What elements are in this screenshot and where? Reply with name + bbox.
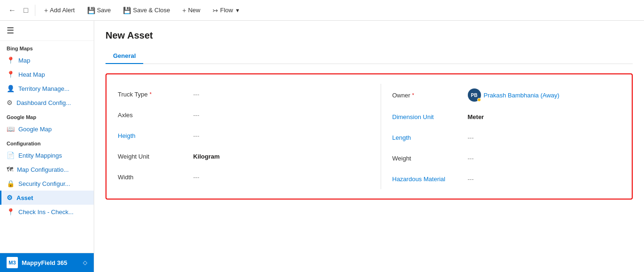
value-weight-unit[interactable]: Kilogram xyxy=(193,153,369,160)
sidebar-item-heat-map-label: Heat Map xyxy=(18,71,45,78)
form-card: Truck Type * --- Axles --- xyxy=(106,73,633,200)
add-alert-icon: + xyxy=(44,7,48,14)
sidebar-item-territory-manage[interactable]: 👤 Territory Manage... xyxy=(0,81,94,96)
form-row-weight: Weight --- xyxy=(392,148,621,168)
sidebar-item-google-map-label: Google Map xyxy=(18,126,52,133)
page-title: New Asset xyxy=(106,30,633,41)
label-dimension-unit[interactable]: Dimension Unit xyxy=(392,113,468,120)
sidebar-item-check-ins[interactable]: 📍 Check Ins - Check... xyxy=(0,205,94,219)
flow-icon: ↣ xyxy=(212,7,218,14)
form-left-column: Truck Type * --- Axles --- xyxy=(118,84,369,189)
open-window-button[interactable]: □ xyxy=(21,3,31,17)
status-dot xyxy=(477,98,481,102)
value-axles[interactable]: --- xyxy=(193,112,369,119)
value-dimension-unit[interactable]: Meter xyxy=(468,113,621,120)
required-star-owner: * xyxy=(412,92,414,98)
form-row-hazardous-material: Hazardous Material --- xyxy=(392,168,621,189)
sidebar-hamburger[interactable]: ☰ xyxy=(0,21,94,41)
sidebar-item-map-label: Map xyxy=(18,57,30,64)
sidebar-item-asset[interactable]: ⚙ Asset xyxy=(0,191,94,205)
owner-name[interactable]: Prakash Bambhania (Away) xyxy=(484,92,560,99)
value-heigth[interactable]: --- xyxy=(193,132,369,139)
heat-map-icon: 📍 xyxy=(7,71,15,78)
form-row-axles: Axles --- xyxy=(118,104,369,125)
form-row-weight-unit: Weight Unit Kilogram xyxy=(118,146,369,167)
tabs-container: General xyxy=(106,48,633,64)
value-truck-type[interactable]: --- xyxy=(193,91,369,98)
required-star-truck-type: * xyxy=(150,91,152,97)
save-close-icon: 💾 xyxy=(123,7,131,14)
value-owner[interactable]: PB Prakash Bambhania (Away) xyxy=(468,88,621,102)
footer-logo: M3 xyxy=(7,257,18,268)
toolbar-separator-1 xyxy=(35,5,35,16)
sidebar-item-security-configur[interactable]: 🔒 Security Configur... xyxy=(0,176,94,191)
form-row-dimension-unit: Dimension Unit Meter xyxy=(392,106,621,127)
new-label: New xyxy=(188,7,200,14)
territory-icon: 👤 xyxy=(7,85,15,92)
flow-dropdown-icon: ▼ xyxy=(235,8,240,13)
add-alert-label: Add Alert xyxy=(50,7,75,14)
label-truck-type: Truck Type * xyxy=(118,91,193,98)
value-width[interactable]: --- xyxy=(193,174,369,181)
label-heigth[interactable]: Heigth xyxy=(118,132,193,139)
label-owner: Owner * xyxy=(392,92,468,99)
sidebar-item-check-ins-label: Check Ins - Check... xyxy=(18,208,73,216)
sidebar-item-territory-label: Territory Manage... xyxy=(18,85,69,92)
hamburger-icon: ☰ xyxy=(7,26,14,35)
new-icon: + xyxy=(182,7,186,14)
asset-icon: ⚙ xyxy=(7,194,13,201)
label-axles: Axles xyxy=(118,112,193,119)
label-hazardous-material[interactable]: Hazardous Material xyxy=(392,176,468,183)
main-layout: ☰ Bing Maps 📍 Map 📍 Heat Map 👤 Territory… xyxy=(0,21,644,272)
value-length[interactable]: --- xyxy=(468,134,621,141)
form-row-length: Length --- xyxy=(392,127,621,148)
sidebar-item-map-configuration[interactable]: 🗺 Map Configuratio... xyxy=(0,162,94,176)
save-icon: 💾 xyxy=(87,7,95,14)
save-close-button[interactable]: 💾 Save & Close xyxy=(118,4,175,17)
avatar: PB xyxy=(468,88,481,102)
form-row-heigth: Heigth --- xyxy=(118,125,369,146)
section-header-google-map: Google Map xyxy=(0,110,94,122)
content-area: New Asset General Truck Type * --- xyxy=(94,21,644,272)
owner-container: PB Prakash Bambhania (Away) xyxy=(468,88,621,102)
sidebar-item-dashboard-config[interactable]: ⚙ Dashboard Config... xyxy=(0,96,94,110)
label-length[interactable]: Length xyxy=(392,134,468,141)
label-weight: Weight xyxy=(392,155,468,162)
form-right-column: Owner * PB Prakash Bambhania (Away) xyxy=(381,84,621,189)
new-button[interactable]: + New xyxy=(177,4,205,17)
sidebar-item-security-label: Security Configur... xyxy=(18,180,70,187)
tab-general[interactable]: General xyxy=(106,48,143,64)
value-hazardous-material[interactable]: --- xyxy=(468,176,621,183)
sidebar-item-map[interactable]: 📍 Map xyxy=(0,53,94,67)
label-weight-unit: Weight Unit xyxy=(118,153,193,160)
security-icon: 🔒 xyxy=(7,180,15,187)
section-header-configuration: Configuration xyxy=(0,136,94,148)
form-grid: Truck Type * --- Axles --- xyxy=(118,84,620,189)
sidebar-item-heat-map[interactable]: 📍 Heat Map xyxy=(0,67,94,81)
form-row-width: Width --- xyxy=(118,167,369,187)
sidebar-item-asset-label: Asset xyxy=(16,194,33,201)
flow-button[interactable]: ↣ Flow ▼ xyxy=(207,4,245,17)
value-weight[interactable]: --- xyxy=(468,155,621,162)
form-row-owner: Owner * PB Prakash Bambhania (Away) xyxy=(392,84,621,106)
save-close-label: Save & Close xyxy=(133,7,170,14)
section-header-bing-maps: Bing Maps xyxy=(0,41,94,53)
sidebar-footer[interactable]: M3 MappyField 365 ◇ xyxy=(0,253,94,272)
sidebar-item-dashboard-label: Dashboard Config... xyxy=(16,99,71,106)
sidebar-item-map-config-label: Map Configuratio... xyxy=(17,166,69,173)
footer-label: MappyField 365 xyxy=(22,259,79,266)
add-alert-button[interactable]: + Add Alert xyxy=(39,4,80,17)
sidebar-item-google-map[interactable]: 📖 Google Map xyxy=(0,122,94,136)
toolbar: ← □ + Add Alert 💾 Save 💾 Save & Close + … xyxy=(0,0,644,21)
sidebar: ☰ Bing Maps 📍 Map 📍 Heat Map 👤 Territory… xyxy=(0,21,94,272)
form-row-truck-type: Truck Type * --- xyxy=(118,84,369,104)
back-button[interactable]: ← xyxy=(6,3,19,17)
sidebar-item-entity-mappings-label: Entity Mappings xyxy=(18,152,62,159)
sidebar-item-entity-mappings[interactable]: 📄 Entity Mappings xyxy=(0,148,94,162)
label-width: Width xyxy=(118,174,193,181)
map-icon: 📍 xyxy=(7,56,15,64)
check-ins-icon: 📍 xyxy=(7,208,15,216)
save-label: Save xyxy=(97,7,111,14)
save-button[interactable]: 💾 Save xyxy=(82,4,116,17)
map-config-icon: 🗺 xyxy=(7,166,13,173)
